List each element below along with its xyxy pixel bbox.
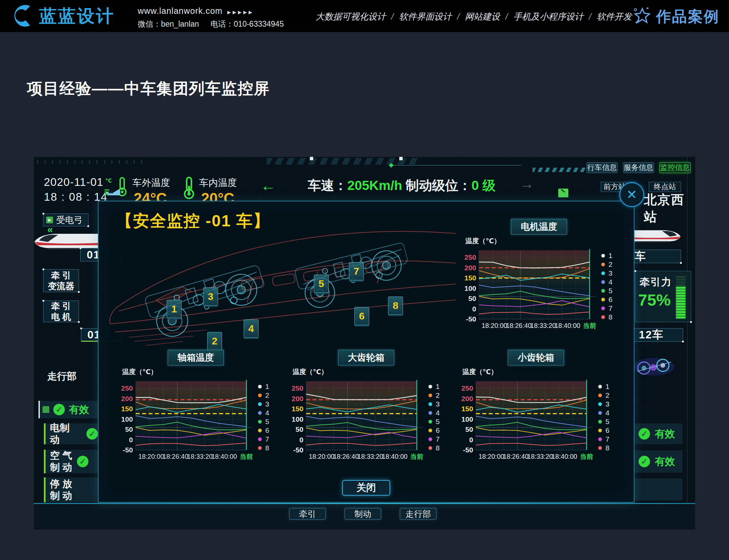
- svg-text:3: 3: [436, 400, 440, 408]
- bottom-tab-1[interactable]: 制动: [345, 508, 381, 520]
- air-brake-label: 空 气 制 动: [50, 450, 72, 473]
- tab-2[interactable]: 监控信息: [659, 162, 691, 173]
- svg-text:200: 200: [121, 395, 133, 402]
- outside-temp-label: 车外温度: [132, 176, 170, 189]
- svg-text:-50: -50: [293, 446, 303, 454]
- car-12-label[interactable]: 12车: [632, 328, 683, 342]
- label-line: 走行部: [47, 367, 77, 386]
- sensor-badge-4[interactable]: 4: [244, 319, 259, 338]
- electric-brake-label: 电制动: [50, 422, 78, 446]
- chart-title: 轴箱温度: [168, 350, 224, 365]
- bottom-tab-2[interactable]: 走行部: [400, 508, 436, 520]
- svg-text:18:33:20: 18:33:20: [530, 322, 556, 329]
- gauge-segment: [676, 287, 685, 289]
- svg-text:4: 4: [436, 409, 440, 417]
- gauge-segment: [676, 281, 685, 283]
- svg-text:18:40:00: 18:40:00: [551, 453, 577, 460]
- svg-text:150: 150: [121, 405, 133, 413]
- status-date: 2020-11-01: [44, 176, 103, 189]
- chart-plot: 250200150100500-5018:20:0018:26:4018:33:…: [461, 246, 617, 346]
- portfolio-link[interactable]: 作品案例: [632, 6, 720, 27]
- sensor-badge-7[interactable]: 7: [349, 262, 364, 280]
- valid-label: 有效: [655, 455, 675, 469]
- svg-text:150: 150: [461, 405, 473, 413]
- menu-separator: /: [505, 11, 508, 22]
- sensor-badge-8[interactable]: 8: [388, 297, 403, 315]
- sensor-badge-1[interactable]: 1: [167, 300, 182, 318]
- bottom-tab-0[interactable]: 牵引: [289, 508, 326, 520]
- chart-plot: 250200150100500-5018:20:0018:26:4018:33:…: [118, 376, 273, 477]
- valid-label: 有效: [69, 403, 89, 417]
- chart-plot: 250200150100500-5018:20:0018:26:4018:33:…: [289, 376, 444, 477]
- close-icon[interactable]: ✕: [619, 182, 644, 207]
- site-header: 蓝蓝设计 www.lanlanwork.com▶▶▶▶▶ 微信：ben_lanl…: [0, 0, 729, 32]
- svg-text:0: 0: [469, 436, 473, 444]
- parking-brake-row[interactable]: 停 放 制 动: [44, 477, 98, 502]
- svg-text:50: 50: [465, 425, 473, 433]
- train-tail-image: [630, 226, 681, 246]
- star-icon: [632, 6, 652, 27]
- tab-1[interactable]: 服务信息: [623, 162, 654, 173]
- sensor-badge-2[interactable]: 2: [207, 332, 222, 350]
- traction-force-panel: 牵引力 75%: [635, 271, 691, 322]
- menu-item-2[interactable]: 网站建设: [465, 11, 500, 23]
- prev-arrow-icon[interactable]: ←: [261, 176, 276, 195]
- route-status-icon: [558, 189, 568, 197]
- train-monitor-dashboard: 2020-11-01 18 : 08 : 14 ℃ 车外温度 24°C 车内温度…: [34, 157, 695, 530]
- menu-item-4[interactable]: 软件开发: [597, 11, 632, 23]
- check-circle-icon: ✓: [86, 428, 98, 440]
- svg-text:18:20:00: 18:20:00: [482, 322, 507, 329]
- svg-text:50: 50: [296, 425, 303, 433]
- car-04-label-partial[interactable]: 车: [632, 250, 681, 263]
- gauge-segment: [676, 306, 685, 308]
- close-button[interactable]: 关闭: [342, 480, 390, 496]
- svg-text:6: 6: [605, 426, 610, 434]
- svg-text:250: 250: [464, 253, 476, 261]
- air-brake-row[interactable]: 空 气 制 动 ✓: [44, 450, 98, 473]
- svg-text:1: 1: [265, 383, 269, 390]
- chart-motor-temperature: 电机温度 温度（℃） 250200150100500-5018:20:0018:…: [461, 219, 617, 346]
- logo[interactable]: 蓝蓝设计: [10, 3, 115, 30]
- chart-axlebox-temperature: 轴箱温度 温度（℃） 250200150100500-5018:20:0018:…: [118, 350, 273, 477]
- svg-text:-50: -50: [123, 446, 133, 454]
- chart-title: 电机温度: [511, 219, 567, 234]
- svg-text:50: 50: [125, 425, 133, 433]
- svg-text:100: 100: [464, 284, 476, 292]
- website-url[interactable]: www.lanlanwork.com: [138, 6, 222, 16]
- check-circle-icon: ✓: [53, 404, 65, 415]
- chart-ylabel: 温度（℃）: [462, 367, 614, 376]
- electric-brake-row[interactable]: 电制动 ✓: [44, 423, 98, 444]
- tab-0[interactable]: 行车信息: [587, 162, 618, 173]
- menu-item-0[interactable]: 大数据可视化设计: [316, 11, 386, 23]
- next-arrow-icon[interactable]: →: [520, 176, 534, 192]
- menu-item-3[interactable]: 手机及小程序设计: [513, 11, 584, 23]
- menu-separator: /: [391, 11, 394, 22]
- sidebar-item-traction-motor[interactable]: 牵 引 电 机: [43, 301, 79, 322]
- sidebar-item-traction-converter[interactable]: 牵 引 变流器: [43, 269, 79, 292]
- svg-text:18:40:00: 18:40:00: [382, 453, 407, 460]
- gauge-segment: [676, 316, 685, 318]
- sensor-badge-3[interactable]: 3: [203, 287, 218, 306]
- svg-text:18:26:40: 18:26:40: [163, 453, 188, 460]
- svg-text:18:33:20: 18:33:20: [527, 453, 553, 460]
- sensor-badge-5[interactable]: 5: [314, 275, 329, 293]
- sensor-badge-6[interactable]: 6: [354, 307, 369, 325]
- chart-small-gearbox: 小齿轮箱 温度（℃） 250200150100500-5018:20:0018:…: [458, 350, 614, 477]
- chart-ylabel: 温度（℃）: [122, 367, 273, 376]
- check-circle-icon: ✓: [639, 456, 650, 467]
- terminal-station-label: 终点站: [649, 182, 681, 192]
- outside-thermometer-train-icon: ℃: [105, 176, 131, 200]
- phone-contact: 电话：010-63334945: [211, 19, 284, 29]
- svg-text:6: 6: [609, 296, 613, 303]
- menu-item-1[interactable]: 软件界面设计: [399, 11, 452, 23]
- label-line: 牵 引: [51, 270, 71, 281]
- svg-text:250: 250: [292, 384, 303, 392]
- label-line: 制 动: [50, 490, 72, 502]
- svg-text:18:26:40: 18:26:40: [503, 453, 529, 460]
- gauge-segment: [676, 311, 685, 313]
- label-line: 空 气: [50, 450, 72, 461]
- terminal-station-value: 北京西站: [644, 191, 695, 226]
- svg-text:7: 7: [265, 435, 269, 443]
- menu-separator: /: [589, 11, 591, 22]
- stripes-decor-teal: [533, 168, 587, 172]
